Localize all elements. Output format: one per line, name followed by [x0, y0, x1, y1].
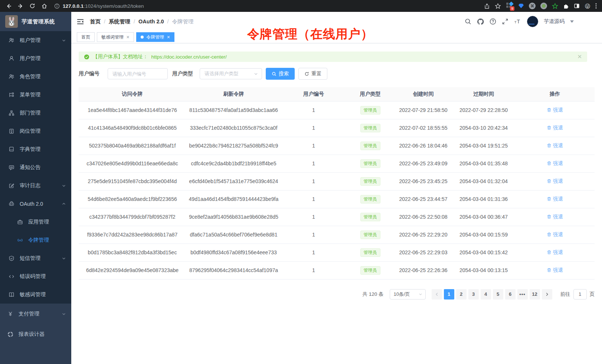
sidebar-item-用户管理[interactable]: 用户管理 — [0, 49, 71, 67]
chevron-up-icon — [62, 202, 66, 206]
forward-icon[interactable] — [16, 1, 25, 11]
sidebar-item-通知公告[interactable]: 通知公告 — [0, 158, 71, 176]
user-type-cell: 管理员 — [346, 226, 395, 244]
sidebar-item-label: 部门管理 — [20, 110, 66, 116]
force-logout-button[interactable]: 强退 — [547, 178, 563, 185]
breadcrumb-item[interactable]: 首页 — [90, 18, 101, 25]
force-logout-button[interactable]: 强退 — [547, 196, 563, 202]
force-logout-button[interactable]: 强退 — [547, 160, 563, 167]
force-logout-button[interactable]: 强退 — [547, 142, 563, 149]
sidebar-item-审计日志[interactable]: 审计日志 — [0, 176, 71, 195]
extensions-grid-icon[interactable]: 9 — [506, 2, 513, 10]
alert-close-icon[interactable]: ✕ — [577, 53, 582, 60]
info-icon[interactable] — [54, 3, 60, 9]
tab-close-icon[interactable]: ✕ — [167, 35, 170, 40]
tab-close-icon[interactable]: ✕ — [126, 35, 130, 40]
user-type-badge: 管理员 — [360, 231, 380, 239]
fullscreen-icon[interactable] — [502, 18, 508, 25]
table-row: c347026e805e4d99b0d116eae66eda8ccdfc4ce9… — [79, 155, 595, 172]
green-star-icon[interactable] — [552, 3, 558, 9]
home-icon[interactable] — [39, 1, 49, 11]
sidebar-item-报表设计器[interactable]: 报表设计器 — [0, 324, 71, 344]
command-circle-icon[interactable]: ⌘ — [529, 3, 536, 9]
page-button-12[interactable]: 12 — [530, 289, 540, 300]
access-token-cell: f9336e7c7dd242a283ee98dc86b17a87 — [79, 226, 186, 244]
sidebar-item-应用管理[interactable]: 应用管理 — [0, 213, 71, 231]
sidebar-item-令牌管理[interactable]: A令牌管理 — [0, 231, 71, 249]
more-pages-icon[interactable]: ••• — [517, 289, 528, 300]
breadcrumb-item[interactable]: 系统管理 — [109, 18, 130, 25]
page-button-6[interactable]: 6 — [505, 289, 516, 300]
user-name[interactable]: 芋道源码 — [544, 18, 565, 25]
tab-敏感词管理[interactable]: 敏感词管理✕ — [97, 32, 134, 42]
puzzle-icon[interactable] — [563, 3, 569, 9]
refresh-token-cell: 9ce8ef2aa9f14056b831ae9b608e28d5 — [186, 208, 281, 226]
kebab-menu-icon[interactable] — [595, 3, 597, 9]
sidebar-item-部门管理[interactable]: 部门管理 — [0, 104, 71, 122]
sidebar-item-字典管理[interactable]: 字典管理 — [0, 140, 71, 158]
next-page-icon[interactable] — [542, 289, 552, 300]
force-logout-button[interactable]: 强退 — [547, 107, 563, 113]
green-dot-icon[interactable] — [540, 3, 547, 9]
back-icon[interactable] — [4, 1, 13, 11]
sidebar-item-OAuth 2.0[interactable]: OAuth 2.0 — [0, 195, 71, 213]
reset-button[interactable]: 重置 — [298, 68, 327, 80]
user-avatar[interactable] — [527, 16, 538, 27]
gem-icon[interactable] — [518, 3, 524, 9]
search-icon[interactable] — [465, 18, 471, 25]
breadcrumb-item: 令牌管理 — [172, 18, 194, 25]
sidebar-item-短信管理[interactable]: 短信管理 — [0, 249, 71, 267]
share-icon[interactable] — [484, 3, 490, 9]
star-icon[interactable] — [495, 3, 501, 9]
sidebar-item-租户管理[interactable]: 租户管理 — [0, 31, 71, 49]
force-logout-button[interactable]: 强退 — [547, 267, 563, 274]
sidebar-item-label: 租户管理 — [20, 37, 62, 44]
refresh-token-cell: dfa6c71a50a54c66bef706ef9e6e8d81 — [186, 226, 281, 244]
page-button-4[interactable]: 4 — [481, 289, 491, 300]
header-actions: TT芋道源码 — [465, 16, 574, 27]
sidebar-item-敏感词管理[interactable]: 敏感词管理 — [0, 285, 71, 304]
page-button-2[interactable]: 2 — [456, 289, 467, 300]
user-type-select[interactable]: 请选择用户类型 — [200, 68, 262, 79]
force-logout-button[interactable]: 强退 — [547, 249, 563, 256]
sidebar-item-支付管理[interactable]: 支付管理 — [0, 304, 71, 324]
split-view-icon[interactable] — [574, 3, 580, 9]
force-logout-button[interactable]: 强退 — [547, 214, 563, 220]
search-button[interactable]: 搜索 — [266, 68, 295, 80]
sidebar-item-label: 菜单管理 — [20, 92, 66, 98]
page-button-3[interactable]: 3 — [468, 289, 479, 300]
reload-icon[interactable] — [27, 1, 37, 11]
font-size-icon[interactable]: TT — [514, 18, 521, 25]
force-logout-button[interactable]: 强退 — [547, 125, 563, 131]
github-icon[interactable] — [477, 18, 484, 25]
alert-text: 【用户体系】文档地址： — [93, 53, 148, 60]
help-icon[interactable] — [490, 18, 496, 25]
user-type-badge: 管理员 — [360, 195, 380, 203]
force-logout-label: 强退 — [553, 249, 563, 256]
force-logout-button[interactable]: 强退 — [547, 231, 563, 238]
alert-doc-link[interactable]: https://doc.iocoder.cn/user-center/ — [151, 54, 227, 60]
collapse-sidebar-icon[interactable] — [77, 19, 84, 25]
user-id-cell: 1 — [281, 261, 346, 279]
tab-令牌管理[interactable]: 令牌管理✕ — [136, 32, 174, 42]
breadcrumb-item[interactable]: OAuth 2.0 — [138, 19, 164, 24]
error-code-icon — [9, 274, 14, 279]
table-row: 502375b8040a469a9b82188afdf6af1fbe90422b… — [79, 137, 595, 155]
user-id-input[interactable] — [108, 68, 168, 79]
table-body: 1ea5e44f8bc1467aaede43144f31de76811c5304… — [79, 101, 595, 279]
prev-page-icon[interactable] — [432, 289, 442, 300]
page-size-select[interactable]: 10条/页 — [390, 289, 426, 300]
sidebar-item-菜单管理[interactable]: 菜单管理 — [0, 86, 71, 104]
emoji-face-icon[interactable]: 😜 — [585, 3, 590, 9]
goto-page-input[interactable] — [573, 289, 587, 300]
sidebar-item-label: 支付管理 — [19, 311, 62, 317]
sidebar-item-角色管理[interactable]: 角色管理 — [0, 67, 71, 86]
tab-首页[interactable]: 首页 — [77, 32, 95, 42]
address-bar[interactable]: 127.0.0.1:1024/system/oauth2/token — [54, 3, 482, 9]
page-button-5[interactable]: 5 — [493, 289, 503, 300]
page-button-1[interactable]: 1 — [444, 289, 454, 300]
page-content: 【用户体系】文档地址： https://doc.iocoder.cn/user-… — [71, 43, 595, 300]
sidebar-item-岗位管理[interactable]: 岗位管理 — [0, 122, 71, 140]
sidebar-item-错误码管理[interactable]: 错误码管理 — [0, 267, 71, 285]
expire-time-cell: 2054-03-10 20:42:34 — [452, 119, 515, 137]
